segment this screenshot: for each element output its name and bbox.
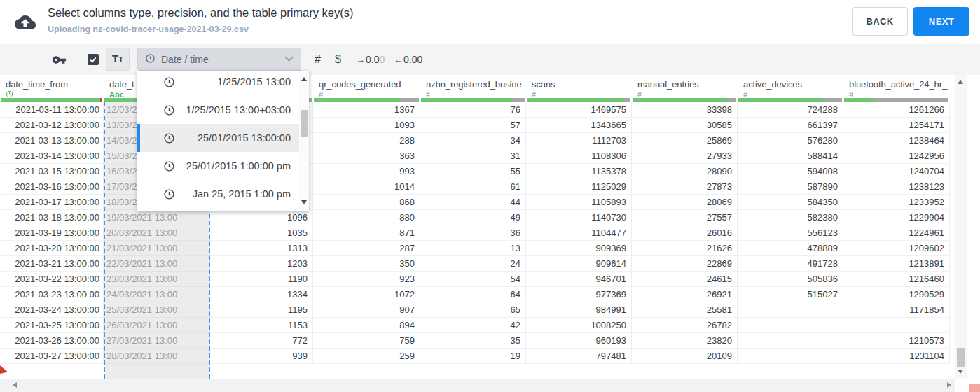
include-column-checkbox[interactable] [88, 54, 99, 65]
format-option[interactable]: 25/01/2015 1:00:00 pm [137, 152, 309, 180]
table-cell: 1190 [210, 272, 313, 287]
table-cell: 871 [313, 225, 420, 241]
format-option[interactable]: 1/25/2015 13:00+03:00 [137, 96, 309, 124]
table-cell: 2021-03-27 13:00:00 [0, 349, 104, 364]
table-cell: 21/03/2021 13:00 [104, 241, 210, 256]
table-cell: 505836 [738, 272, 843, 287]
table-cell: 64 [420, 287, 526, 302]
column-header[interactable]: scans# [526, 75, 632, 102]
table-cell: 1203 [210, 256, 313, 272]
table-cell: 33398 [632, 102, 738, 118]
column-header[interactable]: qr_codes_generated# [313, 75, 420, 102]
clock-icon [163, 160, 175, 172]
table-cell: 31 [420, 148, 526, 164]
table-cell: 28069 [632, 195, 738, 210]
scroll-up-arrow-icon[interactable] [958, 80, 963, 84]
column-name: qr_codes_generated [319, 79, 420, 90]
primary-key-icon[interactable] [52, 44, 67, 75]
scroll-left-arrow-icon[interactable] [13, 382, 17, 388]
selected-column-extension [105, 364, 209, 379]
table-cell: 587890 [738, 179, 843, 195]
table-cell: 909614 [526, 256, 632, 272]
table-cell: 1035 [210, 225, 313, 241]
datetime-format-dropdown: 1/25/2015 13:001/25/2015 13:00+03:0025/0… [137, 71, 309, 211]
column-header[interactable]: nzbn_registered_busine# [420, 75, 526, 102]
table-cell: 661397 [738, 118, 843, 133]
table-cell: 1014 [313, 179, 420, 195]
table-cell: 2021-03-24 13:00:00 [0, 302, 104, 318]
back-button[interactable]: BACK [852, 7, 908, 36]
table-cell: 880 [313, 210, 420, 225]
table-cell: 25/03/2021 13:00 [104, 302, 210, 318]
table-cell: 42 [420, 318, 526, 333]
format-option[interactable]: 25/01/2015 13:00:00 [137, 124, 309, 152]
row-error-marker [0, 365, 8, 374]
dropdown-scroll-down-icon[interactable] [301, 200, 307, 204]
increase-decimals-button[interactable]: →0.00 [356, 44, 385, 75]
table-cell: 584350 [738, 195, 843, 210]
text-type-button[interactable]: TT [106, 48, 130, 71]
table-cell: 588414 [738, 148, 843, 164]
table-cell: 27/03/2021 13:00 [104, 333, 210, 349]
column-name: active_devices [743, 79, 843, 90]
chevron-down-icon [284, 56, 294, 62]
datetime-format-select[interactable]: Date / time [137, 48, 301, 71]
table-cell: 22869 [632, 256, 738, 272]
clock-icon [163, 132, 175, 144]
upload-filename: Uploading nz-covid-tracer-usage-2021-03-… [48, 24, 249, 34]
column-name: manual_entries [637, 79, 738, 90]
table-cell: 907 [313, 302, 420, 318]
table-cell: 576280 [738, 133, 843, 148]
table-cell: 491728 [738, 256, 843, 272]
column-quality-bar [844, 98, 948, 102]
checkmark-icon [89, 55, 97, 64]
format-dropdown-list: 1/25/2015 13:001/25/2015 13:00+03:0025/0… [137, 71, 309, 208]
wizard-header: Select columns type, precision, and the … [0, 0, 980, 44]
table-cell: 594008 [738, 164, 843, 179]
table-cell: 977369 [526, 287, 632, 302]
table-row: 2021-03-26 13:00:0027/03/2021 13:0077275… [0, 333, 950, 349]
number-type-button[interactable]: # [315, 44, 321, 75]
table-cell [738, 333, 843, 349]
table-cell [843, 318, 950, 333]
scroll-down-arrow-icon[interactable] [958, 370, 963, 374]
column-header[interactable]: bluetooth_active_24_hr_# [843, 75, 950, 102]
format-option[interactable]: 1/25/2015 13:00 [137, 71, 309, 96]
table-cell: 1213891 [843, 256, 950, 272]
table-cell: 1105893 [526, 195, 632, 210]
table-cell: 1140730 [526, 210, 632, 225]
table-cell: 27873 [632, 179, 738, 195]
dropdown-scroll-up-icon[interactable] [301, 77, 307, 81]
table-cell: 26/03/2021 13:00 [104, 318, 210, 333]
table-cell: 946701 [526, 272, 632, 287]
currency-type-button[interactable]: $ [335, 44, 341, 75]
cloud-upload-icon [15, 12, 36, 33]
column-header[interactable]: active_devices# [738, 75, 843, 102]
dropdown-scrollbar[interactable] [299, 71, 309, 211]
table-cell: 27933 [632, 148, 738, 164]
horizontal-scrollbar[interactable] [0, 379, 955, 392]
table-cell [738, 349, 843, 364]
format-option[interactable]: Jan 25, 2015 1:00 pm [137, 180, 309, 208]
table-cell: 515027 [738, 287, 843, 302]
table-cell: 24/03/2021 13:00 [104, 287, 210, 302]
table-row: 2021-03-27 13:00:0028/03/2021 13:0093925… [0, 349, 950, 364]
table-row: 2021-03-21 13:00:0022/03/2021 13:0012033… [0, 256, 950, 272]
corner-notification-fragment [969, 384, 980, 392]
table-cell: 19 [420, 349, 526, 364]
table-cell: 1238123 [843, 179, 950, 195]
scroll-right-arrow-icon[interactable] [947, 382, 951, 388]
column-header[interactable]: date_time_from [0, 75, 104, 102]
column-quality-bar [633, 98, 736, 102]
vertical-scroll-thumb[interactable] [957, 348, 965, 367]
table-cell: 1096 [210, 210, 313, 225]
table-cell: 57 [420, 118, 526, 133]
table-cell: 2021-03-14 13:00:00 [0, 148, 104, 164]
vertical-scrollbar[interactable] [955, 75, 967, 379]
column-header[interactable]: manual_entries# [632, 75, 738, 102]
dropdown-scroll-thumb[interactable] [301, 110, 308, 136]
table-cell: 1367 [313, 102, 420, 118]
decrease-decimals-button[interactable]: ←0.00 [394, 44, 422, 75]
table-cell: 36 [420, 225, 526, 241]
next-button[interactable]: NEXT [913, 7, 969, 36]
